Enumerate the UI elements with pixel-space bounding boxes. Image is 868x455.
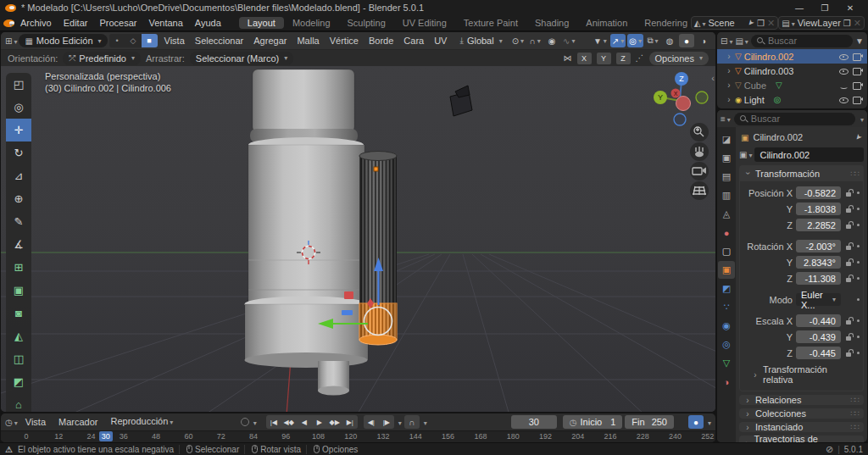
edge-select-button[interactable]: ◇ bbox=[125, 34, 142, 47]
model-main-cylinder[interactable] bbox=[245, 69, 369, 396]
hide-eye-icon[interactable] bbox=[839, 66, 849, 75]
preview-range-dropdown[interactable] bbox=[422, 417, 427, 427]
tab-modifiers[interactable]: ◩ bbox=[718, 280, 735, 297]
mirror-y-button[interactable]: Y bbox=[597, 53, 611, 64]
disable-render-icon[interactable] bbox=[853, 66, 864, 75]
outliner-item-cube[interactable]: › ▽ Cube ▽ bbox=[717, 78, 867, 92]
hide-eye-icon[interactable] bbox=[839, 95, 849, 104]
tool-scale-button[interactable]: ⊿ bbox=[6, 164, 31, 187]
animate-dot[interactable] bbox=[857, 245, 860, 247]
tab-output[interactable]: ▤ bbox=[718, 168, 735, 186]
prev-frame-button[interactable]: ◀| bbox=[364, 415, 379, 429]
position-z-field[interactable]: 2.2852 bbox=[796, 219, 841, 231]
3d-viewport[interactable]: Z Y X bbox=[1, 66, 715, 412]
tab-layout[interactable]: Layout bbox=[239, 17, 284, 29]
panel-relaciones[interactable]: › Relaciones ∷∷ bbox=[739, 395, 864, 405]
tool-add-cube-button[interactable]: ⊞ bbox=[6, 256, 31, 279]
tab-constraints[interactable]: ◎ bbox=[718, 336, 735, 353]
tab-modeling[interactable]: Modeling bbox=[284, 17, 339, 29]
orientation-dropdown[interactable]: ⤓ Global bbox=[453, 34, 508, 47]
viewlayer-selector[interactable]: ▤ ViewLayer ❐ ✕ bbox=[778, 16, 865, 30]
scene-selector[interactable]: ◭ Scene ➤ ❐ ✕ bbox=[691, 16, 778, 30]
tab-particles[interactable]: ∵ bbox=[718, 298, 735, 316]
drag-mode-dropdown[interactable]: Seleccionar (Marco) bbox=[190, 52, 293, 65]
outliner-item-cilindro-002[interactable]: › ▽ Cilindro.002 bbox=[717, 49, 867, 64]
prev-keyframe-button[interactable]: ◀◆ bbox=[281, 415, 297, 429]
animate-dot[interactable] bbox=[857, 261, 860, 264]
mode-dropdown[interactable]: ▦ Modo Edición bbox=[19, 34, 107, 47]
outliner-item-cilindro-003[interactable]: › ▽ Cilindro.003 bbox=[717, 64, 867, 78]
hide-eye-icon[interactable] bbox=[839, 52, 849, 61]
hide-eye-icon[interactable] bbox=[839, 80, 849, 90]
position-x-field[interactable]: -0.5822 bbox=[796, 186, 841, 199]
next-keyframe-button[interactable]: ◆▶ bbox=[327, 415, 342, 429]
disable-render-icon[interactable] bbox=[853, 52, 864, 61]
vertex-select-button[interactable]: • bbox=[109, 34, 125, 47]
outliner-display-mode-icon[interactable]: ▤ bbox=[735, 36, 748, 46]
lock-icon[interactable] bbox=[844, 348, 854, 358]
panel-grip-icon[interactable]: ∷∷ bbox=[851, 396, 859, 404]
properties-options-dropdown[interactable] bbox=[859, 114, 864, 124]
menu-uv[interactable]: UV bbox=[429, 33, 452, 49]
scale-x-field[interactable]: -0.440 bbox=[796, 314, 841, 327]
rotation-y-field[interactable]: 2.8343° bbox=[796, 256, 841, 269]
axis-x-ball[interactable] bbox=[676, 97, 691, 111]
tab-rendering[interactable]: Rendering bbox=[636, 17, 690, 29]
editor-type-icon[interactable]: ⊞ bbox=[5, 36, 17, 46]
zoom-button[interactable] bbox=[690, 123, 709, 141]
animate-dot[interactable] bbox=[857, 319, 860, 322]
tool-move-button[interactable]: ✛ bbox=[6, 119, 31, 141]
auto-keying-button[interactable]: ● bbox=[688, 415, 704, 429]
next-frame-button[interactable]: |▶ bbox=[379, 415, 394, 429]
tab-object[interactable]: ▣ bbox=[718, 261, 735, 279]
relative-transform-subpanel[interactable]: › Transformación relativa bbox=[740, 362, 860, 386]
shading-wireframe-button[interactable]: ◍ bbox=[662, 34, 677, 47]
menu-agregar[interactable]: Agregar bbox=[248, 33, 292, 49]
animate-dot[interactable] bbox=[857, 352, 860, 354]
tool-measure-button[interactable]: ∡ bbox=[6, 233, 31, 256]
timeline-menu-reproduccion[interactable]: Reproducción bbox=[105, 413, 178, 430]
scale-z-field[interactable]: -0.445 bbox=[796, 347, 841, 359]
proportional-edit-icon[interactable]: ◉ bbox=[544, 34, 559, 47]
timeline-ruler[interactable]: 30 0122436486072849610812013214415616818… bbox=[1, 430, 715, 442]
lock-icon[interactable] bbox=[844, 188, 854, 197]
tool-bevel-button[interactable]: ◭ bbox=[6, 325, 31, 347]
pin-icon[interactable]: ➤ bbox=[746, 18, 757, 28]
blender-menu-icon[interactable] bbox=[3, 19, 14, 27]
frame-start-field[interactable]: ◷ Inicio 1 bbox=[563, 415, 623, 429]
new-scene-icon[interactable]: ❐ bbox=[757, 19, 765, 28]
tool-annotate-button[interactable]: ✎ bbox=[6, 210, 31, 233]
timeline-editor-type-icon[interactable]: ◷ bbox=[5, 418, 18, 427]
object-type-icon[interactable]: ▣ bbox=[739, 150, 752, 159]
menu-ventana[interactable]: Ventana bbox=[142, 15, 188, 31]
gizmos-toggle[interactable]: ↗ bbox=[610, 34, 626, 47]
new-viewlayer-icon[interactable]: ❐ bbox=[843, 19, 851, 28]
tab-uv-editing[interactable]: UV Editing bbox=[394, 17, 455, 29]
lock-icon[interactable] bbox=[844, 316, 854, 325]
panel-grip-icon[interactable]: ∷∷ bbox=[851, 409, 859, 418]
record-icon[interactable] bbox=[241, 418, 249, 426]
axis-y-neg-ball[interactable] bbox=[696, 92, 708, 103]
close-button[interactable]: ✕ bbox=[837, 0, 863, 15]
timeline-menu-vista[interactable]: Vista bbox=[20, 414, 51, 430]
tab-collection[interactable]: ▢ bbox=[718, 242, 735, 260]
sidebar-collapse-arrow[interactable]: ‹ bbox=[711, 73, 715, 83]
lock-icon[interactable] bbox=[844, 274, 854, 283]
tab-world[interactable]: ● bbox=[718, 224, 735, 241]
tool-transform-button[interactable]: ⊕ bbox=[6, 187, 31, 210]
menu-vertice[interactable]: Vértice bbox=[325, 33, 364, 49]
show-gizmo-filter-icon[interactable]: ▼ bbox=[592, 34, 609, 47]
menu-ayuda[interactable]: Ayuda bbox=[189, 15, 227, 31]
panel-grip-icon[interactable]: ∷∷ bbox=[851, 423, 859, 431]
lock-icon[interactable] bbox=[844, 204, 854, 214]
outliner-editor-type-icon[interactable]: ⊟ bbox=[721, 36, 732, 46]
lock-icon[interactable] bbox=[844, 332, 854, 341]
maximize-button[interactable]: ❐ bbox=[812, 0, 837, 15]
current-frame-field[interactable]: 30 bbox=[511, 415, 557, 429]
tool-select-box-button[interactable]: ◰ bbox=[6, 73, 31, 96]
expand-icon[interactable]: › bbox=[726, 66, 732, 75]
properties-editor-type-icon[interactable]: ≡ bbox=[721, 114, 731, 124]
transform-panel-header[interactable]: › Transformación ∷∷ bbox=[739, 165, 864, 181]
outliner-search-input[interactable]: Buscar bbox=[751, 35, 853, 47]
animate-dot[interactable] bbox=[857, 208, 860, 210]
